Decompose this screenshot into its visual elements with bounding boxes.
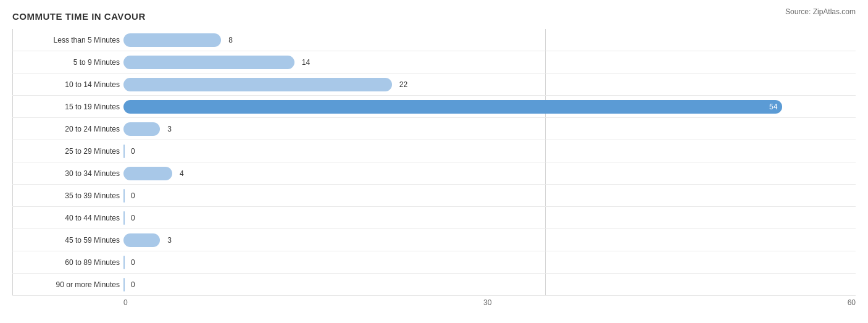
bar-track: 0 xyxy=(123,140,856,162)
bar-row: 45 to 59 Minutes3 xyxy=(12,229,856,251)
chart-container: COMMUTE TIME IN CAVOUR Source: ZipAtlas.… xyxy=(0,0,868,323)
bar-fill xyxy=(123,56,294,69)
bar-row: 5 to 9 Minutes14 xyxy=(12,51,856,73)
bar-row: Less than 5 Minutes8 xyxy=(12,29,856,51)
bar-fill xyxy=(123,256,125,269)
bar-value: 8 xyxy=(228,36,233,44)
bar-row: 30 to 34 Minutes4 xyxy=(12,162,856,185)
bar-row: 60 to 89 Minutes0 xyxy=(12,251,856,274)
bar-row: 90 or more Minutes0 xyxy=(12,274,856,296)
bar-value: 0 xyxy=(131,280,135,289)
bar-track: 22 xyxy=(123,73,856,95)
bar-row: 40 to 44 Minutes0 xyxy=(12,207,856,229)
bar-fill xyxy=(123,167,172,180)
bar-fill xyxy=(123,145,125,158)
bars-area: Less than 5 Minutes85 to 9 Minutes1410 t… xyxy=(12,29,856,314)
bar-label: 35 to 39 Minutes xyxy=(12,191,123,200)
bar-label: 25 to 29 Minutes xyxy=(12,147,123,156)
source-label: Source: ZipAtlas.com xyxy=(785,7,856,16)
bar-track: 0 xyxy=(123,185,856,206)
bar-fill xyxy=(123,278,125,292)
bar-value: 0 xyxy=(131,191,135,200)
bar-label: 90 or more Minutes xyxy=(12,280,123,289)
x-axis-tick: 0 xyxy=(123,298,128,307)
bar-track: 3 xyxy=(123,229,856,251)
bar-row: 10 to 14 Minutes22 xyxy=(12,73,856,96)
bar-label: 10 to 14 Minutes xyxy=(12,80,123,89)
bar-value: 4 xyxy=(180,169,184,178)
bar-track: 8 xyxy=(123,29,856,51)
bar-row: 15 to 19 Minutes54 xyxy=(12,96,856,118)
bar-fill xyxy=(123,78,392,91)
bar-label: 40 to 44 Minutes xyxy=(12,214,123,222)
bar-fill xyxy=(123,189,125,203)
bar-fill xyxy=(123,33,221,47)
bar-track: 0 xyxy=(123,274,856,295)
x-axis-tick: 30 xyxy=(483,298,491,307)
bar-label: 15 to 19 Minutes xyxy=(12,103,123,111)
bar-track: 14 xyxy=(123,51,856,73)
bar-track: 3 xyxy=(123,118,856,140)
bar-value: 22 xyxy=(399,80,407,89)
bar-fill: 54 xyxy=(123,100,782,114)
bar-value: 0 xyxy=(131,214,135,222)
bar-row: 35 to 39 Minutes0 xyxy=(12,185,856,207)
bar-fill xyxy=(123,211,125,225)
x-axis-tick: 60 xyxy=(848,298,856,307)
bar-label: 5 to 9 Minutes xyxy=(12,58,123,67)
bar-value: 0 xyxy=(131,258,135,267)
bar-label: 20 to 24 Minutes xyxy=(12,125,123,133)
bar-track: 54 xyxy=(123,96,856,117)
bar-track: 0 xyxy=(123,207,856,229)
bar-label: 60 to 89 Minutes xyxy=(12,258,123,267)
bar-value: 54 xyxy=(769,103,777,111)
bar-label: Less than 5 Minutes xyxy=(12,36,123,44)
bar-value: 3 xyxy=(167,236,172,245)
bar-value: 0 xyxy=(131,147,135,156)
bar-fill xyxy=(123,122,160,136)
x-axis: 03060 xyxy=(123,296,856,307)
bar-track: 4 xyxy=(123,162,856,184)
bar-value: 14 xyxy=(302,58,310,67)
bar-label: 30 to 34 Minutes xyxy=(12,169,123,178)
bar-fill xyxy=(123,233,160,247)
bar-label: 45 to 59 Minutes xyxy=(12,236,123,245)
bar-track: 0 xyxy=(123,251,856,273)
bar-value: 3 xyxy=(167,125,172,133)
chart-title: COMMUTE TIME IN CAVOUR xyxy=(12,11,856,22)
bar-row: 20 to 24 Minutes3 xyxy=(12,118,856,140)
bar-row: 25 to 29 Minutes0 xyxy=(12,140,856,162)
